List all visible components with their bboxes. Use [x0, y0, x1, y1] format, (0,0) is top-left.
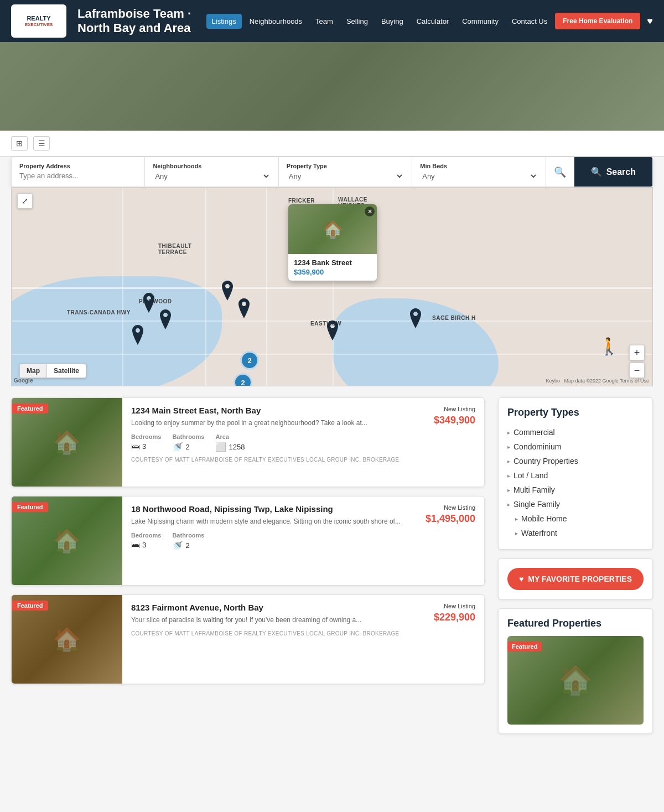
bed-icon: 🛏 [131, 442, 140, 452]
property-type-country[interactable]: Country Properties [507, 454, 644, 468]
bath-icon-2: 🚿 [172, 540, 183, 551]
property-address-field: Property Address [12, 157, 145, 187]
listings-column: Featured 1234 Main Street East, North Ba… [11, 397, 485, 743]
listing-image-3: Featured [12, 595, 122, 684]
area-icon: ⬜ [215, 442, 226, 452]
featured-properties-title: Featured Properties [507, 618, 644, 629]
nav-calculator[interactable]: Calculator [411, 14, 455, 29]
nav-community[interactable]: Community [456, 14, 504, 29]
popup-address: 1234 Bank Street [294, 258, 371, 267]
map[interactable]: FRICKER WALLACEHEIGHTS THIBEAULTTERRACE … [11, 187, 653, 386]
bath-icon: 🚿 [172, 442, 183, 452]
listing-desc-2: Lake Nipissing charm with modern style a… [131, 517, 403, 526]
min-beds-field: Min Beds Any [412, 157, 546, 187]
featured-properties-section: Featured Properties Featured [498, 608, 653, 734]
listing-desc-3: Your slice of paradise is waiting for yo… [131, 616, 403, 625]
map-pin-2[interactable] [158, 309, 173, 329]
listing-card[interactable]: Featured 1234 Main Street East, North Ba… [11, 397, 485, 487]
zoom-out-button[interactable]: − [629, 363, 645, 378]
property-type-multifamily[interactable]: Multi Family [507, 483, 644, 497]
free-home-evaluation-button[interactable]: Free Home Evaluation [555, 13, 640, 29]
map-pin-6[interactable] [325, 320, 340, 340]
street-view-icon[interactable]: 🚶 [599, 337, 619, 356]
nav-team[interactable]: Team [310, 14, 339, 29]
map-cluster-1[interactable]: 2 [240, 351, 259, 370]
grid-view-button[interactable]: ⊞ [11, 136, 28, 151]
favorites-section: ♥ MY FAVORITE PROPERTIES [498, 558, 653, 599]
map-view-map-button[interactable]: Map [20, 364, 46, 377]
new-listing-badge-3: New Listing [444, 603, 475, 609]
listing-courtesy-1: COURTESY OF MATT LAFRAMBOISE OF REALTY E… [131, 457, 403, 463]
listing-price-2: $1,495,000 [426, 513, 475, 525]
zoom-in-button[interactable]: + [629, 345, 645, 360]
main-content: Featured 1234 Main Street East, North Ba… [0, 386, 664, 754]
listing-card-3[interactable]: Featured 8123 Fairmont Avenue, North Bay… [11, 594, 485, 684]
property-type-condominium[interactable]: Condominium [507, 439, 644, 454]
search-icon[interactable]: 🔍 [546, 157, 574, 187]
featured-property-image[interactable]: Featured [507, 636, 644, 725]
listing-courtesy-3: COURTESY OF MATT LAFRAMBOISE OF REALTY E… [131, 630, 403, 637]
property-type-mobilehome[interactable]: Mobile Home [507, 511, 644, 526]
min-beds-select[interactable]: Any [420, 172, 537, 181]
listing-title-3: 8123 Fairmont Avenue, North Bay [131, 603, 403, 612]
nav-contact[interactable]: Contact Us [506, 14, 553, 29]
map-view-satellite-button[interactable]: Satellite [46, 364, 86, 377]
map-label-sage: SAGE BIRCH H [432, 315, 476, 321]
favorites-button[interactable]: ♥ MY FAVORITE PROPERTIES [507, 568, 644, 590]
featured-badge-3: Featured [12, 601, 48, 611]
featured-prop-badge: Featured [507, 642, 542, 651]
sidebar: Property Types Commercial Condominium Co… [498, 397, 653, 743]
map-zoom-controls: 🚶 + − [629, 317, 645, 378]
bathrooms-stat-2: Bathrooms 🚿 2 [172, 532, 204, 551]
logo-line1: REALTY [25, 15, 53, 22]
listing-body-2: 18 Northwood Road, Nipissing Twp, Lake N… [122, 496, 412, 585]
property-type-commercial[interactable]: Commercial [507, 425, 644, 439]
nav-buying[interactable]: Buying [376, 14, 409, 29]
property-type-singlefamily[interactable]: Single Family [507, 497, 644, 511]
popup-close-button[interactable]: ✕ [365, 206, 375, 216]
bedrooms-stat-2: Bedrooms 🛏 3 [131, 532, 161, 551]
map-pin-3[interactable] [130, 325, 146, 345]
popup-property-image [288, 204, 377, 254]
featured-badge: Featured [12, 404, 48, 413]
listing-image-2: Featured [12, 496, 122, 585]
listing-price-col-2: New Listing $1,495,000 [412, 496, 484, 585]
listing-body-1: 1234 Main Street East, North Bay Looking… [122, 398, 412, 487]
property-type-waterfront[interactable]: Waterfront [507, 526, 644, 540]
main-nav: Listings Neighbourhoods Team Selling Buy… [206, 13, 653, 29]
neighbourhoods-select[interactable]: Any [153, 172, 270, 181]
map-view-toggle: Map Satellite [19, 364, 86, 378]
fullscreen-button[interactable]: ⤢ [17, 193, 33, 209]
listing-stats-2: Bedrooms 🛏 3 Bathrooms 🚿 2 [131, 532, 403, 551]
nav-neighbourhoods[interactable]: Neighbourhoods [244, 14, 308, 29]
favorites-heart-icon[interactable]: ♥ [647, 15, 653, 27]
logo: REALTY EXECUTIVES [11, 4, 66, 38]
new-listing-badge-2: New Listing [444, 504, 475, 511]
property-address-input[interactable] [19, 172, 137, 180]
nav-selling[interactable]: Selling [341, 14, 374, 29]
map-pin-5[interactable] [236, 298, 252, 318]
map-pin-4[interactable] [220, 281, 235, 301]
listing-title-2: 18 Northwood Road, Nipissing Twp, Lake N… [131, 504, 403, 514]
listing-stats-1: Bedrooms 🛏 3 Bathrooms 🚿 2 [131, 433, 403, 452]
property-type-label: Property Type [287, 163, 404, 169]
search-bar: Property Address Neighbourhoods Any Prop… [11, 157, 653, 187]
neighbourhoods-field: Neighbourhoods Any [145, 157, 278, 187]
map-pin-1[interactable] [141, 293, 157, 313]
map-popup: ✕ 1234 Bank Street $359,900 [288, 204, 377, 281]
listing-title-1: 1234 Main Street East, North Bay [131, 406, 403, 415]
property-types-section: Property Types Commercial Condominium Co… [498, 397, 653, 550]
area-stat: Area ⬜ 1258 [215, 433, 245, 452]
listing-price-3: $229,900 [434, 612, 475, 623]
view-toolbar: ⊞ ☰ [0, 131, 664, 157]
property-type-select[interactable]: Any [287, 172, 404, 181]
nav-listings[interactable]: Listings [206, 14, 242, 29]
property-types-title: Property Types [507, 407, 644, 418]
logo-line2: EXECUTIVES [25, 22, 53, 28]
property-type-lot[interactable]: Lot / Land [507, 468, 644, 483]
map-pin-7[interactable] [408, 308, 423, 328]
listing-card-2[interactable]: Featured 18 Northwood Road, Nipissing Tw… [11, 496, 485, 586]
listing-desc-1: Looking to enjoy summer by the pool in a… [131, 418, 403, 428]
search-button[interactable]: 🔍 Search [574, 157, 652, 187]
list-view-button[interactable]: ☰ [33, 136, 50, 151]
